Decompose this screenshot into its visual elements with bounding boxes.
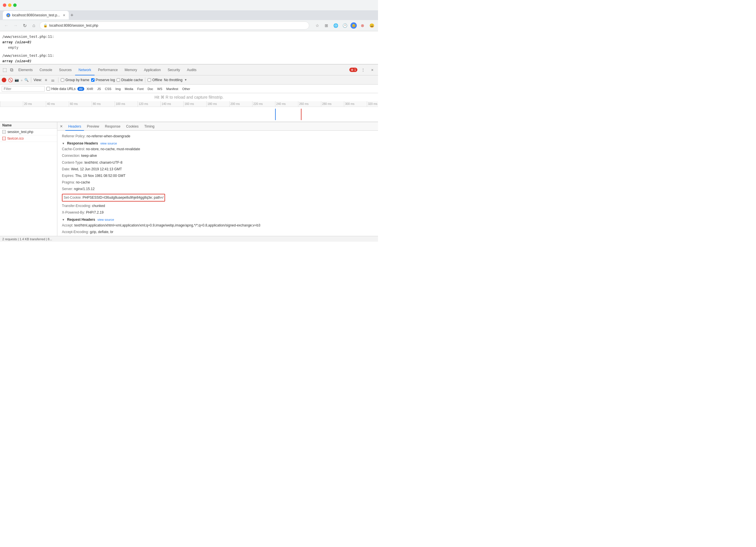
- tab-network[interactable]: Network: [75, 64, 95, 75]
- tab-close-button[interactable]: ×: [63, 13, 65, 17]
- filter-manifest[interactable]: Manifest: [164, 87, 180, 91]
- address-bar: ← → ↻ ⌂ 🔒 localhost:8080/session_test.ph…: [0, 20, 378, 31]
- filter-input[interactable]: [2, 86, 45, 92]
- response-headers-title: Response Headers: [67, 141, 98, 145]
- group-by-frame-checkbox[interactable]: [61, 78, 64, 82]
- tab-security[interactable]: Security: [164, 64, 183, 75]
- disable-cache-label[interactable]: Disable cache: [117, 78, 143, 82]
- file-item-favicon[interactable]: □ favicon.ico: [0, 135, 57, 142]
- tab-bar: 🔒 localhost:8080/session_test.p... × +: [0, 10, 378, 20]
- extensions-icon[interactable]: ⊞: [323, 22, 330, 29]
- ruler-mark-0: [0, 101, 23, 107]
- back-button[interactable]: ←: [3, 22, 10, 29]
- devtools-toolbar-icons: ⊗ 1 ⋮ ×: [349, 66, 377, 73]
- filter-img[interactable]: Img: [114, 87, 122, 91]
- header-cache-control: Cache-Control: no-store, no-cache, must-…: [62, 146, 373, 152]
- disable-cache-checkbox[interactable]: [117, 78, 120, 82]
- tab-elements[interactable]: Elements: [15, 64, 36, 75]
- filter-css[interactable]: CSS: [103, 87, 113, 91]
- waterfall-view-button[interactable]: ⚌: [50, 77, 56, 83]
- filter-ws[interactable]: WS: [156, 87, 164, 91]
- header-pragma: Pragma: no-cache: [62, 179, 373, 186]
- home-button[interactable]: ⌂: [30, 22, 37, 29]
- timeline-bar-red: [301, 109, 301, 120]
- refresh-button[interactable]: ↻: [21, 22, 28, 29]
- tab-performance[interactable]: Performance: [95, 64, 121, 75]
- throttle-select[interactable]: No throttling: [164, 78, 183, 82]
- preserve-log-label[interactable]: Preserve log: [91, 78, 115, 82]
- status-text: 2 requests | 1.4 KB transferred | 8...: [2, 237, 52, 241]
- devtools-panel: ⬚ ⧉ Elements Console Sources Network Per…: [0, 64, 378, 242]
- stop-recording-icon[interactable]: 🚫: [8, 78, 13, 82]
- response-headers-arrow: ▼: [62, 142, 65, 145]
- file-item-session[interactable]: □ session_test.php: [0, 129, 57, 135]
- response-view-source-link[interactable]: view source: [100, 142, 117, 145]
- ruler-mark-4: 80 ms: [92, 101, 115, 107]
- hide-data-urls-label[interactable]: Hide data URLs: [46, 87, 76, 91]
- list-view-button[interactable]: ≡: [44, 77, 48, 83]
- minimize-window-button[interactable]: [8, 3, 11, 7]
- timeline-ruler: 20 ms 40 ms 60 ms 80 ms 100 ms 120 ms 14…: [0, 101, 378, 107]
- header-set-cookie-row: Set-Cookie: PHPSESSID=t36udg8uaepe8u9hje…: [62, 193, 373, 203]
- group-by-frame-label[interactable]: Group by frame: [61, 78, 89, 82]
- devtools-more-icon[interactable]: ⋮: [360, 66, 367, 73]
- forward-button[interactable]: →: [12, 22, 19, 29]
- detail-panel: × Headers Preview Response Cookies Timin…: [57, 122, 378, 236]
- block-icon[interactable]: ⊗: [359, 22, 366, 29]
- header-x-powered-by: X-Powered-By: PHP/7.2.19: [62, 209, 373, 216]
- hide-data-urls-checkbox[interactable]: [46, 87, 50, 91]
- devtools-close-button[interactable]: ×: [369, 66, 376, 73]
- referrer-policy-value: no-referrer-when-downgrade: [87, 134, 130, 138]
- ruler-mark-14: 280 ms: [321, 101, 344, 107]
- detail-tab-headers[interactable]: Headers: [65, 122, 84, 131]
- maximize-window-button[interactable]: [13, 3, 17, 7]
- record-button[interactable]: [2, 78, 6, 82]
- status-bar: 2 requests | 1.4 KB transferred | 8...: [0, 236, 378, 242]
- headers-content: Referrer Policy: no-referrer-when-downgr…: [57, 131, 378, 236]
- preserve-log-checkbox[interactable]: [91, 78, 95, 82]
- devtools-inspect-button[interactable]: ⬚: [1, 66, 8, 73]
- filter-js[interactable]: JS: [95, 87, 103, 91]
- address-input[interactable]: 🔒 localhost:8080/session_test.php: [40, 21, 309, 30]
- tab-audits[interactable]: Audits: [183, 64, 200, 75]
- detail-tab-preview[interactable]: Preview: [84, 122, 102, 131]
- response-headers-section[interactable]: ▼ Response Headers view source: [62, 140, 373, 146]
- filter-font[interactable]: Font: [136, 87, 145, 91]
- filter-xhr[interactable]: XHR: [85, 87, 95, 91]
- timeline-bar-blue: [275, 109, 276, 120]
- account-icon[interactable]: 😊: [350, 22, 357, 29]
- detail-close-button[interactable]: ×: [57, 122, 65, 130]
- offline-label[interactable]: Offline: [148, 78, 162, 82]
- filter-all[interactable]: All: [77, 87, 84, 91]
- filter-other[interactable]: Other: [181, 87, 192, 91]
- history-icon[interactable]: 🕐: [341, 22, 348, 29]
- devtools-responsive-button[interactable]: ⧉: [8, 66, 15, 73]
- filter-media[interactable]: Media: [123, 87, 135, 91]
- detail-tab-timing[interactable]: Timing: [141, 122, 157, 131]
- tab-sources[interactable]: Sources: [56, 64, 75, 75]
- code-line-4: /www/session_test.php:11:: [2, 53, 376, 58]
- tab-application[interactable]: Application: [140, 64, 164, 75]
- browser-tab-active[interactable]: 🔒 localhost:8080/session_test.p... ×: [3, 11, 69, 19]
- tab-console[interactable]: Console: [36, 64, 56, 75]
- set-cookie-highlighted: Set-Cookie: PHPSESSID=t36udg8uaepe8u9hje…: [62, 194, 165, 201]
- emoji-icon[interactable]: 😀: [368, 22, 375, 29]
- new-tab-button[interactable]: +: [70, 12, 74, 18]
- file-list-header: Name: [0, 122, 57, 129]
- request-view-source-link[interactable]: view source: [97, 218, 114, 221]
- filter-doc[interactable]: Doc: [146, 87, 155, 91]
- ruler-mark-6: 120 ms: [138, 101, 160, 107]
- bookmark-icon[interactable]: ☆: [314, 22, 321, 29]
- file-icon-favicon: □: [2, 137, 6, 140]
- translate-icon[interactable]: 🌐: [332, 22, 339, 29]
- detail-tab-response[interactable]: Response: [102, 122, 123, 131]
- request-headers-section[interactable]: ▼ Request Headers view source: [62, 216, 373, 222]
- search-icon[interactable]: 🔍: [24, 78, 29, 82]
- tab-memory[interactable]: Memory: [121, 64, 140, 75]
- ruler-mark-3: 60 ms: [69, 101, 92, 107]
- camera-icon[interactable]: 📷: [15, 78, 19, 82]
- offline-checkbox[interactable]: [148, 78, 151, 82]
- filter-icon[interactable]: ⬦: [21, 78, 23, 82]
- detail-tab-cookies[interactable]: Cookies: [123, 122, 141, 131]
- close-window-button[interactable]: [3, 3, 6, 7]
